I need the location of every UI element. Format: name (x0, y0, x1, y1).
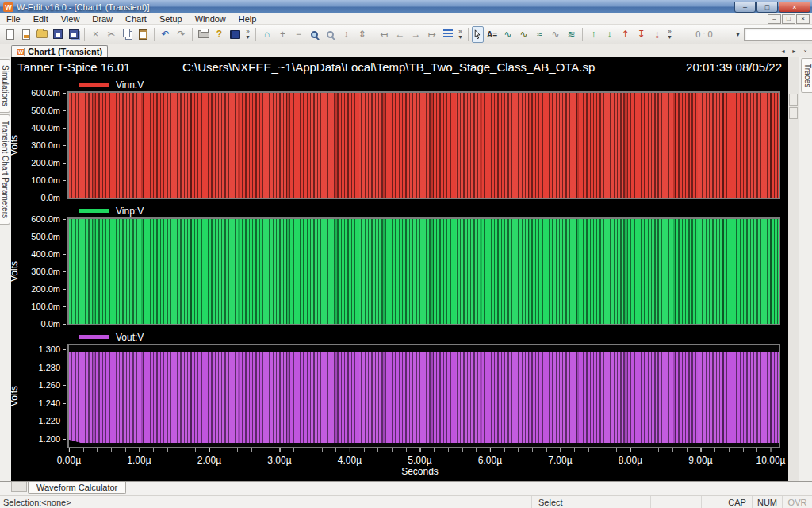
selection-status: Selection:<none> (0, 496, 531, 508)
bottom-tab-stub (11, 482, 27, 492)
y-tick: 400.0m (31, 123, 66, 133)
menu-window[interactable]: Window (189, 14, 232, 24)
move-trace-down-icon[interactable]: ↓ (602, 26, 617, 42)
menu-help[interactable]: Help (232, 14, 263, 24)
trace-tool-1-icon[interactable]: ∿ (500, 26, 515, 42)
toolbar-separator (255, 28, 256, 41)
plot-vout[interactable] (67, 344, 780, 448)
save-all-button[interactable] (66, 26, 81, 42)
waveform-vinn (69, 93, 779, 198)
y-axis-vinp: Volts 600.0m 500.0m 400.0m 300.0m 200.0m… (11, 217, 67, 325)
simulator-name: Tanner T-Spice 16.01 (17, 60, 182, 74)
undo-icon[interactable]: ↶ (158, 26, 173, 42)
trace-tool-3-icon[interactable]: ≈ (532, 26, 547, 42)
close-button[interactable]: × (779, 2, 810, 13)
tab-chart1-transient[interactable]: W Chart1 (Transient) (11, 45, 108, 57)
trace-list-icon[interactable] (440, 26, 455, 42)
tab-waveform-calculator[interactable]: Waveform Calculator (28, 482, 126, 494)
zoom-mouse-icon[interactable] (323, 26, 338, 42)
chart-header: Tanner T-Spice 16.01 C:\Users\NXFEE_~1\A… (11, 57, 788, 77)
tab-close-button[interactable]: × (800, 46, 810, 56)
menu-setup[interactable]: Setup (153, 14, 189, 24)
pan-right-icon[interactable]: → (408, 26, 423, 42)
restore-button[interactable]: □ (756, 2, 778, 13)
tab-traces[interactable]: Traces (801, 58, 812, 93)
copy-icon[interactable] (120, 26, 135, 42)
new-chart-button[interactable] (18, 26, 33, 42)
toolbar-separator (154, 28, 155, 41)
zoom-box-icon[interactable] (307, 26, 322, 42)
shrink-vertical-icon[interactable]: ⇕ (354, 26, 370, 42)
select-tool-button[interactable] (472, 26, 484, 43)
mdi-restore-button[interactable]: □ (782, 14, 795, 24)
annotate-tool-icon[interactable]: A= (485, 26, 500, 42)
y-tick: 500.0m (31, 232, 66, 241)
app-icon: W (3, 2, 13, 12)
cursor-arrow-icon (473, 29, 483, 40)
x-tick: 6.00µ (478, 455, 502, 466)
tab-scroll-left-button[interactable]: ◄ (778, 46, 788, 56)
y-tick: 1.200 (38, 434, 66, 444)
open-button[interactable] (34, 26, 49, 42)
move-trace-up-icon[interactable]: ↑ (586, 26, 601, 42)
tab-transient-chart-parameters[interactable]: Transient Chart Parameters (0, 114, 10, 225)
zoom-out-icon[interactable]: − (291, 26, 306, 42)
caps-lock-indicator: CAP (722, 496, 752, 508)
paste-icon[interactable] (136, 26, 151, 42)
waveform-vout (69, 352, 779, 443)
expand-vertical-icon[interactable]: ↕ (339, 26, 354, 42)
toolbar-overflow[interactable]: »▾ (456, 26, 465, 42)
home-view-icon[interactable]: ⌂ (259, 26, 274, 42)
mdi-minimize-button[interactable]: – (768, 14, 781, 24)
w-edit-window: W W-Edit v16.0 - [Chart1 (Transient)] – … (0, 0, 812, 508)
x-tick: 0.00µ (57, 455, 81, 466)
document-tab-bar: W Chart1 (Transient) ◄ ► × (0, 44, 812, 57)
redo-icon[interactable]: ↷ (174, 26, 189, 42)
y-tick: 1.220 (38, 416, 66, 425)
pin-top-icon[interactable]: ↥ (618, 26, 633, 42)
menu-edit[interactable]: Edit (27, 14, 55, 24)
y-tick: 500.0m (31, 106, 66, 115)
trace-tool-2-icon[interactable]: ∿ (516, 26, 531, 42)
x-axis-labels: 0.00µ 1.00µ 2.00µ 3.00µ 4.00µ 5.00µ 6.00… (69, 452, 771, 466)
pin-bottom-icon[interactable]: ↧ (634, 26, 649, 42)
trace-field-1[interactable] (744, 28, 812, 41)
mdi-close-button[interactable]: × (796, 14, 810, 24)
minimize-button[interactable]: – (734, 2, 756, 13)
delete-icon[interactable]: × (88, 26, 103, 42)
pan-far-right-icon[interactable]: ↦ (424, 26, 439, 42)
toolbar-overflow[interactable]: »▾ (665, 26, 674, 42)
pan-left-icon[interactable]: ← (393, 26, 408, 42)
tab-simulations[interactable]: Simulations (0, 59, 10, 113)
menu-chart[interactable]: Chart (119, 14, 153, 24)
trace-tool-4-icon[interactable]: ∿ (548, 26, 563, 42)
splitter-button-2[interactable] (789, 107, 798, 119)
legend-label-vout[interactable]: Vout:V (116, 332, 144, 343)
trace-tool-5-icon[interactable]: ≋ (564, 26, 579, 42)
pin-both-icon[interactable]: ↨ (649, 26, 665, 42)
y-tick: 100.0m (31, 175, 66, 185)
plot-vinp[interactable] (67, 217, 780, 325)
help-icon[interactable]: ? (212, 26, 227, 42)
legend-label-vinn[interactable]: Vinn:V (116, 79, 144, 90)
menu-view[interactable]: View (55, 14, 86, 24)
legend-vinp: Vinp:V (79, 204, 780, 217)
new-button[interactable] (2, 26, 17, 42)
zoom-in-icon[interactable]: + (275, 26, 290, 42)
plot-vinn[interactable] (67, 91, 780, 199)
menu-draw[interactable]: Draw (86, 14, 119, 24)
coordinate-dropdown[interactable]: ▾ (733, 26, 742, 42)
toolbar-separator (373, 28, 373, 41)
save-button[interactable] (50, 26, 65, 42)
bottom-tab-bar: Waveform Calculator (0, 481, 812, 495)
splitter-button-1[interactable] (789, 94, 798, 106)
print-icon[interactable] (196, 26, 211, 42)
manual-icon[interactable] (228, 26, 243, 42)
waveform-vinp (69, 219, 779, 324)
legend-label-vinp[interactable]: Vinp:V (116, 206, 144, 217)
pan-far-left-icon[interactable]: ↤ (377, 26, 392, 42)
tab-scroll-right-button[interactable]: ► (789, 46, 799, 56)
cut-icon[interactable]: ✂ (104, 26, 119, 42)
menu-file[interactable]: File (0, 14, 27, 24)
toolbar-overflow[interactable]: »▾ (243, 26, 252, 42)
